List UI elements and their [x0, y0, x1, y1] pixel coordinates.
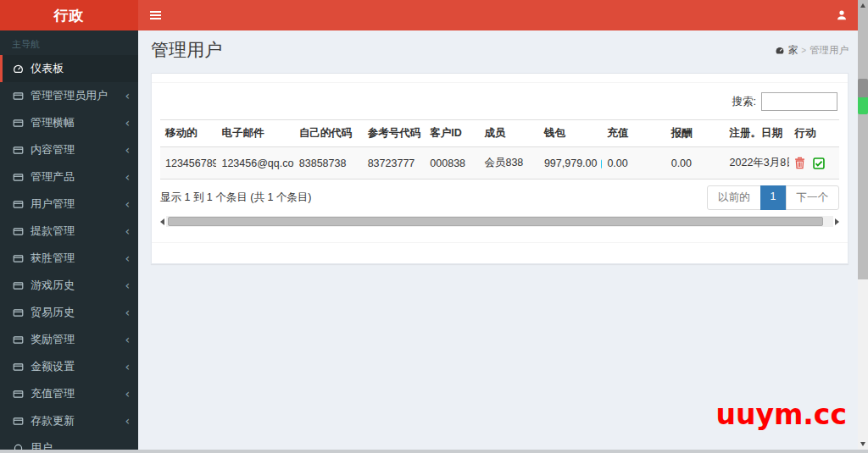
sidebar-item-label: 奖励管理	[31, 332, 75, 347]
breadcrumb-current: 管理用户	[810, 44, 849, 57]
home-icon	[775, 46, 785, 56]
edit-icon	[601, 157, 602, 169]
table-row: 1234567890 123456@qq.com 83858738 837237…	[160, 147, 839, 180]
user-menu-button[interactable]	[826, 0, 858, 30]
scroll-right-arrow-icon[interactable]	[835, 218, 839, 225]
gauge-icon	[13, 64, 24, 75]
app-window: 行政 主导航 仪表板	[0, 0, 868, 453]
sidebar-item-dashboard[interactable]: 仪表板	[0, 55, 138, 82]
page-title: 管理用户	[151, 38, 222, 62]
horizontal-scrollbar-track[interactable]	[166, 216, 833, 227]
sidebar-item-label: 游戏历史	[31, 278, 75, 293]
chevron-left-icon: ‹	[125, 227, 130, 235]
sidebar-item-manage-banner[interactable]: 管理横幅 ‹	[0, 109, 138, 136]
panel-icon	[13, 172, 24, 183]
scroll-up-arrow-icon[interactable]	[858, 0, 868, 11]
pagination-next-button[interactable]: 下一个	[786, 185, 840, 210]
sidebar-item-recharge-management[interactable]: 充值管理 ‹	[0, 380, 138, 407]
delete-user-button[interactable]	[794, 157, 805, 169]
column-member[interactable]: 成员	[479, 120, 538, 147]
breadcrumb-home-link[interactable]: 家	[788, 44, 798, 57]
column-email[interactable]: 电子邮件	[216, 120, 293, 147]
column-recharge[interactable]: 充值	[602, 120, 665, 147]
panel-icon	[13, 334, 24, 345]
column-client-id[interactable]: 客户ID	[425, 120, 479, 147]
table-header-row: 移动的 电子邮件 自己的代码 参考号代码 客户ID 成员 钱包 充值 报酬 注册…	[160, 120, 839, 147]
vertical-scrollbar-thumb[interactable]	[858, 11, 868, 279]
panel-icon	[13, 226, 24, 237]
content-header: 管理用户 家 > 管理用户	[151, 38, 849, 62]
approve-user-button[interactable]	[813, 157, 825, 169]
search-row: 搜索:	[160, 92, 837, 111]
panel-body: 搜索: 移动的 电子邮件 自己的代码 参考号代码	[152, 83, 848, 242]
panel-icon	[13, 280, 24, 291]
chevron-left-icon: ‹	[125, 281, 130, 290]
cell-actions	[789, 147, 839, 180]
cell-client-id: 000838	[425, 147, 479, 180]
panel-icon	[13, 389, 24, 400]
sidebar-item-trade-history[interactable]: 贸易历史 ‹	[0, 299, 138, 326]
pagination-previous-button[interactable]: 以前的	[707, 185, 761, 210]
hamburger-icon	[150, 11, 161, 13]
pagination-page-1[interactable]: 1	[760, 185, 787, 210]
column-own-code[interactable]: 自己的代码	[294, 120, 363, 147]
sidebar-item-withdrawal-management[interactable]: 提款管理 ‹	[0, 218, 138, 245]
sidebar-item-label: 用户	[31, 440, 53, 450]
cell-ref-code: 83723777	[363, 147, 426, 180]
sidebar-item-label: 仪表板	[31, 61, 64, 76]
panel-icon	[13, 145, 24, 156]
chevron-left-icon: ‹	[125, 200, 130, 208]
sidebar-item-user-management[interactable]: 用户管理 ‹	[0, 191, 138, 218]
chevron-left-icon: ‹	[125, 91, 130, 100]
cell-own-code: 83858738	[294, 147, 363, 180]
check-square-icon	[813, 157, 825, 169]
top-navbar: 行政	[0, 0, 858, 30]
sidebar-item-users[interactable]: 用户	[0, 434, 138, 450]
sidebar-item-label: 管理横幅	[31, 115, 75, 130]
scrollbar-marker-gray	[858, 79, 868, 97]
sidebar-item-manage-products[interactable]: 管理产品 ‹	[0, 163, 138, 191]
column-wallet[interactable]: 钱包	[539, 120, 602, 147]
panel-icon	[13, 118, 24, 129]
cell-member: 会员838	[479, 147, 538, 180]
scroll-left-arrow-icon[interactable]	[160, 218, 164, 225]
wallet-edit-button[interactable]	[601, 157, 602, 169]
chevron-left-icon: ‹	[125, 173, 130, 181]
sidebar-item-amount-settings[interactable]: 金额设置 ‹	[0, 353, 138, 380]
sidebar-item-winning-management[interactable]: 获胜管理 ‹	[0, 245, 138, 272]
chevron-left-icon: ‹	[125, 389, 130, 398]
scroll-down-arrow-icon[interactable]	[858, 439, 868, 450]
column-ref-code[interactable]: 参考号代码	[363, 120, 426, 147]
column-reward[interactable]: 报酬	[666, 120, 725, 147]
sidebar-item-label: 充值管理	[31, 386, 75, 401]
window-bottom-edge	[0, 450, 868, 453]
search-label: 搜索:	[732, 95, 756, 109]
trash-icon	[794, 157, 805, 169]
table-horizontal-scrollbar[interactable]	[160, 216, 839, 227]
sidebar-item-game-history[interactable]: 游戏历史 ‹	[0, 272, 138, 299]
sidebar-item-label: 内容管理	[31, 142, 75, 157]
chevron-left-icon: ‹	[125, 417, 130, 425]
horizontal-scrollbar-thumb[interactable]	[168, 217, 823, 226]
navbar	[138, 0, 858, 30]
column-mobile[interactable]: 移动的	[160, 120, 216, 147]
wallet-amount: 997,979.00	[544, 157, 598, 169]
sidebar-item-manage-admin-users[interactable]: 管理管理员用户 ‹	[0, 82, 138, 109]
app-logo[interactable]: 行政	[0, 0, 138, 30]
sidebar-toggle-button[interactable]	[138, 0, 172, 30]
table-info: 显示 1 到 1 个条目 (共 1 个条目)	[160, 191, 312, 205]
sidebar-item-label: 存款更新	[31, 413, 75, 428]
panel-footer	[152, 242, 848, 263]
chevron-left-icon: ‹	[125, 335, 130, 344]
sidebar-item-content-management[interactable]: 内容管理 ‹	[0, 136, 138, 163]
search-input[interactable]	[761, 92, 837, 111]
page-vertical-scrollbar[interactable]	[858, 0, 868, 453]
column-action[interactable]: 行动	[789, 120, 839, 147]
sidebar-item-reward-management[interactable]: 奖励管理 ‹	[0, 326, 138, 353]
panel-header	[152, 74, 848, 83]
sidebar-item-deposit-update[interactable]: 存款更新 ‹	[0, 407, 138, 434]
column-reg-date[interactable]: 注册。日期	[725, 120, 790, 147]
panel-icon	[13, 91, 24, 102]
scrollbar-marker-green	[858, 97, 868, 114]
panel-icon	[13, 307, 24, 318]
